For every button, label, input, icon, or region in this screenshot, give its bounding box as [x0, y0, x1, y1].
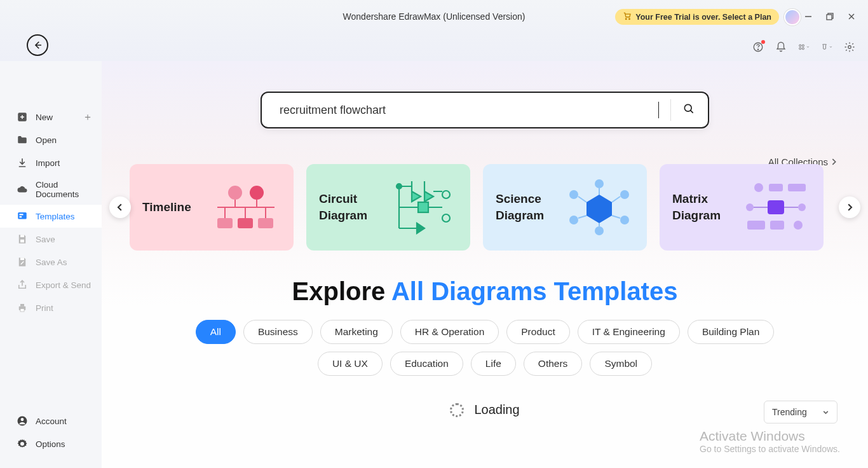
svg-point-39	[397, 184, 402, 189]
svg-rect-17	[20, 216, 22, 217]
svg-point-64	[794, 221, 803, 230]
svg-rect-19	[20, 240, 24, 243]
filter-pill-symbol[interactable]: Symbol	[590, 352, 652, 376]
svg-point-49	[569, 190, 578, 199]
card-label: Timeline	[142, 199, 191, 216]
cards-next-button[interactable]	[839, 196, 860, 218]
titlebar: Wondershare EdrawMax (Unlicensed Version…	[0, 0, 868, 33]
plus-square-icon	[17, 111, 28, 123]
sidebar-item-label: Cloud Documents	[36, 180, 93, 199]
plus-icon[interactable]: ＋	[83, 111, 93, 124]
sidebar-item-import[interactable]: Import	[0, 151, 102, 174]
svg-point-13	[848, 46, 851, 49]
filter-pill-product[interactable]: Product	[506, 320, 569, 344]
trial-banner[interactable]: Your Free Trial is over. Select a Plan	[615, 9, 779, 25]
window-controls	[797, 0, 863, 33]
maximize-button[interactable]	[825, 11, 835, 22]
search-box	[261, 92, 709, 128]
svg-rect-18	[20, 235, 24, 237]
search-button[interactable]	[682, 102, 695, 118]
sidebar-item-export-send: Export & Send	[0, 273, 102, 296]
svg-rect-58	[769, 184, 783, 191]
filter-pill-life[interactable]: Life	[471, 352, 516, 376]
filter-pill-building-plan[interactable]: Building Plan	[688, 320, 774, 344]
filter-pills: AllBusinessMarketingHR & OperationProduc…	[102, 320, 868, 376]
svg-rect-20	[20, 258, 24, 260]
svg-line-51	[612, 196, 620, 202]
cards-prev-button[interactable]	[109, 196, 131, 218]
svg-rect-15	[18, 212, 27, 219]
svg-line-52	[612, 216, 620, 218]
category-card-science-diagram[interactable]: ScienceDiagram	[483, 164, 647, 251]
card-art-icon	[211, 179, 281, 236]
sidebar-item-print: Print	[0, 296, 102, 319]
secondary-toolbar	[0, 33, 868, 61]
sidebar-item-new[interactable]: New＋	[0, 106, 102, 128]
templates-icon	[17, 210, 28, 222]
svg-line-55	[578, 196, 587, 202]
theme-icon[interactable]	[821, 41, 832, 53]
help-icon[interactable]	[752, 41, 764, 53]
svg-point-60	[746, 203, 754, 211]
filter-pill-education[interactable]: Education	[390, 352, 463, 376]
svg-rect-59	[788, 184, 806, 191]
window-title: Wondershare EdrawMax (Unlicensed Version…	[343, 11, 526, 22]
filter-pill-all[interactable]: All	[196, 320, 236, 344]
filter-pill-it-engineering[interactable]: IT & Engineering	[578, 320, 680, 344]
sidebar-item-save-as: Save As	[0, 251, 102, 273]
svg-point-26	[684, 104, 691, 111]
download-icon	[17, 157, 28, 169]
sidebar-item-account[interactable]: Account	[0, 410, 102, 432]
svg-point-45	[620, 190, 629, 199]
explore-heading: Explore All Diagrams Templates	[102, 277, 868, 306]
svg-point-41	[442, 191, 450, 198]
svg-point-48	[569, 216, 578, 224]
loading-text: Loading	[474, 403, 519, 417]
save-as-icon	[17, 256, 28, 268]
save-icon	[17, 233, 28, 245]
gear-icon	[17, 438, 28, 450]
filter-pill-marketing[interactable]: Marketing	[320, 320, 393, 344]
bell-icon[interactable]	[775, 41, 787, 53]
svg-point-29	[228, 186, 242, 200]
sidebar-item-save: Save	[0, 228, 102, 251]
settings-icon[interactable]	[844, 41, 855, 53]
svg-rect-33	[217, 218, 233, 228]
card-label: CircuitDiagram	[319, 191, 367, 223]
sort-dropdown[interactable]: Trending	[764, 401, 837, 423]
svg-rect-40	[418, 202, 428, 212]
apps-icon[interactable]	[798, 41, 810, 53]
filter-pill-business[interactable]: Business	[243, 320, 313, 344]
search-input[interactable]	[280, 104, 660, 117]
filter-pill-others[interactable]: Others	[524, 352, 583, 376]
category-card-circuit-diagram[interactable]: CircuitDiagram	[306, 164, 470, 251]
sidebar-item-templates[interactable]: Templates	[0, 205, 102, 228]
svg-point-47	[595, 226, 604, 235]
filter-pill-hr-operation[interactable]: HR & Operation	[400, 320, 499, 344]
sidebar-item-label: Export & Send	[36, 280, 91, 290]
svg-rect-11	[799, 48, 801, 50]
category-card-matrix-diagram[interactable]: MatrixDiagram	[660, 164, 824, 251]
svg-point-46	[620, 216, 629, 224]
svg-rect-4	[827, 15, 832, 20]
back-button[interactable]	[27, 34, 48, 56]
svg-rect-34	[238, 218, 253, 228]
sidebar-item-options[interactable]: Options	[0, 432, 102, 455]
svg-rect-62	[747, 221, 765, 230]
category-cards-row: TimelineCircuitDiagramScienceDiagramMatr…	[102, 164, 868, 251]
close-button[interactable]	[846, 11, 857, 22]
minimize-button[interactable]	[803, 11, 813, 22]
svg-rect-12	[802, 48, 804, 50]
sidebar-item-cloud-documents[interactable]: Cloud Documents	[0, 174, 102, 205]
svg-point-61	[798, 203, 806, 211]
svg-marker-43	[587, 195, 612, 223]
print-icon	[17, 302, 28, 313]
card-label: ScienceDiagram	[496, 191, 544, 223]
sidebar-item-open[interactable]: Open	[0, 128, 102, 151]
sort-selected-label: Trending	[772, 407, 807, 417]
sidebar-item-label: Open	[36, 135, 57, 145]
sidebar-item-label: Options	[36, 439, 65, 449]
category-card-timeline[interactable]: Timeline	[130, 164, 294, 251]
svg-rect-10	[802, 45, 804, 46]
filter-pill-ui-ux[interactable]: UI & UX	[318, 352, 383, 376]
